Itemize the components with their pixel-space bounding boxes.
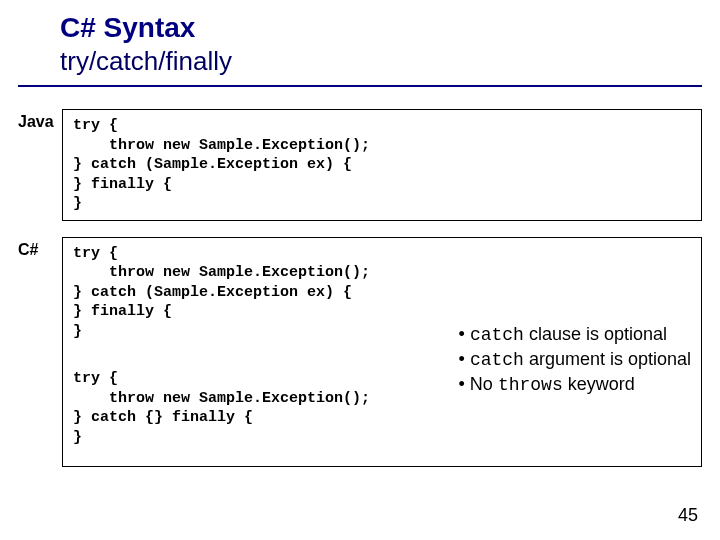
note-3: • No throws keyword: [459, 372, 691, 397]
csharp-code-box: try { throw new Sample.Exception(); } ca…: [62, 237, 702, 467]
csharp-label: C#: [18, 237, 62, 259]
csharp-row: C# try { throw new Sample.Exception(); }…: [18, 237, 702, 467]
notes-list: • catch clause is optional • catch argum…: [459, 322, 691, 398]
content-area: Java try { throw new Sample.Exception();…: [0, 87, 720, 467]
note-2: • catch argument is optional: [459, 347, 691, 372]
java-label: Java: [18, 109, 62, 131]
java-code: try { throw new Sample.Exception(); } ca…: [73, 116, 691, 214]
java-row: Java try { throw new Sample.Exception();…: [18, 109, 702, 221]
java-code-box: try { throw new Sample.Exception(); } ca…: [62, 109, 702, 221]
slide-subtitle: try/catch/finally: [60, 46, 720, 77]
slide-title: C# Syntax: [60, 12, 720, 44]
page-number: 45: [678, 505, 698, 526]
note-1: • catch clause is optional: [459, 322, 691, 347]
